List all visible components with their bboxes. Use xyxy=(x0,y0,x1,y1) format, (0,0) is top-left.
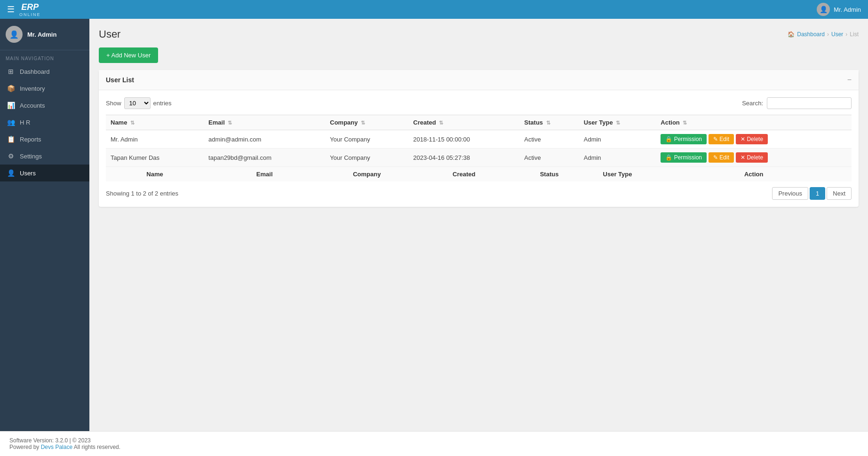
cell-action-2: 🔒 Permission ✎ Edit ✕ Delete xyxy=(656,149,852,167)
sidebar-section-label: MAIN NAVIGATION xyxy=(0,50,89,63)
edit-button-2[interactable]: ✎ Edit xyxy=(709,152,734,163)
cell-created-1: 2018-11-15 00:00:00 xyxy=(408,130,519,149)
cell-name-1: Mr. Admin xyxy=(106,130,204,149)
sidebar-item-dashboard[interactable]: ⊞ Dashboard xyxy=(0,63,89,80)
permission-button-2[interactable]: 🔒 Permission xyxy=(661,152,707,163)
table-row: Tapan Kumer Das tapan29bd@gmail.com Your… xyxy=(106,149,852,167)
sidebar-item-accounts[interactable]: 📊 Accounts xyxy=(0,97,89,114)
col-name: Name ⇅ xyxy=(106,115,204,130)
table-controls-right: Search: xyxy=(742,97,852,109)
sidebar-item-reports[interactable]: 📋 Reports xyxy=(0,131,89,148)
breadcrumb-user[interactable]: User xyxy=(831,31,843,38)
sidebar-label-settings: Settings xyxy=(20,153,42,160)
accounts-icon: 📊 xyxy=(7,102,15,109)
col-action: Action ⇅ xyxy=(656,115,852,130)
sort-icon-status[interactable]: ⇅ xyxy=(546,120,550,126)
footer-devs-palace-link[interactable]: Devs Palace xyxy=(41,444,72,450)
main-content: User 🏠 Dashboard › User › List + Add New… xyxy=(89,19,868,431)
col-created: Created ⇅ xyxy=(408,115,519,130)
sidebar-username: Mr. Admin xyxy=(27,31,56,38)
footer-col-user-type: User Type xyxy=(579,167,656,182)
table-controls: Show 10 25 50 100 entries Search: xyxy=(106,97,852,109)
breadcrumb: 🏠 Dashboard › User › List xyxy=(788,31,859,38)
sidebar-label-dashboard: Dashboard xyxy=(20,68,50,75)
sidebar-label-reports: Reports xyxy=(20,136,41,143)
show-label: Show xyxy=(106,100,121,107)
breadcrumb-dashboard[interactable]: Dashboard xyxy=(797,31,825,38)
cell-status-1: Active xyxy=(519,130,579,149)
sidebar-user: 👤 Mr. Admin xyxy=(0,19,89,50)
footer-col-status: Status xyxy=(519,167,579,182)
add-new-user-button[interactable]: + Add New User xyxy=(99,47,158,63)
sort-icon-created[interactable]: ⇅ xyxy=(439,120,443,126)
cell-user-type-1: Admin xyxy=(579,130,656,149)
card-title: User List xyxy=(106,76,134,84)
sidebar-item-inventory[interactable]: 📦 Inventory xyxy=(0,80,89,97)
sort-icon-action[interactable]: ⇅ xyxy=(683,120,687,126)
sort-icon-user-type[interactable]: ⇅ xyxy=(616,120,620,126)
edit-button-1[interactable]: ✎ Edit xyxy=(709,134,734,144)
pagination: Previous 1 Next xyxy=(772,187,852,200)
table-footer-row: Name Email Company Created Status User T… xyxy=(106,167,852,182)
card-body: Show 10 25 50 100 entries Search: xyxy=(99,90,859,207)
cell-status-2: Active xyxy=(519,149,579,167)
action-buttons-2: 🔒 Permission ✎ Edit ✕ Delete xyxy=(661,152,847,163)
table-row: Mr. Admin admin@admin.com Your Company 2… xyxy=(106,130,852,149)
table-header-row: Name ⇅ Email ⇅ Company ⇅ xyxy=(106,115,852,130)
footer-col-name: Name xyxy=(106,167,204,182)
top-navbar: ☰ ERP ONLINE 👤 Mr. Admin xyxy=(0,0,868,19)
admin-avatar-top: 👤 xyxy=(817,3,830,16)
cell-company-1: Your Company xyxy=(325,130,408,149)
page-header: User 🏠 Dashboard › User › List xyxy=(99,28,859,40)
sidebar-item-users[interactable]: 👤 Users xyxy=(0,165,89,181)
search-label: Search: xyxy=(742,100,763,107)
sort-icon-email[interactable]: ⇅ xyxy=(228,120,232,126)
table-footer: Showing 1 to 2 of 2 entries Previous 1 N… xyxy=(106,187,852,200)
search-input[interactable] xyxy=(767,97,852,109)
footer-col-email: Email xyxy=(204,167,325,182)
col-status: Status ⇅ xyxy=(519,115,579,130)
sort-icon-company[interactable]: ⇅ xyxy=(361,120,365,126)
user-list-card: User List − Show 10 25 50 100 entries xyxy=(99,70,859,207)
table-controls-left: Show 10 25 50 100 entries xyxy=(106,97,172,109)
breadcrumb-sep2: › xyxy=(845,31,847,38)
breadcrumb-home-icon: 🏠 xyxy=(788,31,795,38)
cell-email-1: admin@admin.com xyxy=(204,130,325,149)
sidebar-label-inventory: Inventory xyxy=(20,85,45,92)
page-title: User xyxy=(99,28,120,40)
page-1-button[interactable]: 1 xyxy=(810,187,825,200)
delete-button-1[interactable]: ✕ Delete xyxy=(736,134,768,144)
breadcrumb-list: List xyxy=(850,31,859,38)
sidebar-label-accounts: Accounts xyxy=(20,102,45,109)
sidebar-label-users: Users xyxy=(20,170,36,177)
inventory-icon: 📦 xyxy=(7,85,15,92)
sidebar-label-hr: H R xyxy=(20,119,30,126)
footer-col-company: Company xyxy=(325,167,408,182)
permission-button-1[interactable]: 🔒 Permission xyxy=(661,134,707,144)
footer-col-action: Action xyxy=(656,167,852,182)
sidebar-item-settings[interactable]: ⚙ Settings xyxy=(0,148,89,165)
brand-logo: ERP ONLINE xyxy=(19,2,41,17)
entries-select[interactable]: 10 25 50 100 xyxy=(124,97,151,109)
footer-powered: Powered by Devs Palace All rights reserv… xyxy=(9,444,859,450)
entries-label: entries xyxy=(153,100,172,107)
sidebar: 👤 Mr. Admin MAIN NAVIGATION ⊞ Dashboard … xyxy=(0,19,89,431)
cell-name-2: Tapan Kumer Das xyxy=(106,149,204,167)
collapse-icon[interactable]: − xyxy=(847,76,852,84)
col-email: Email ⇅ xyxy=(204,115,325,130)
showing-entries: Showing 1 to 2 of 2 entries xyxy=(106,190,178,197)
navbar-left: ☰ ERP ONLINE xyxy=(7,2,41,17)
sidebar-item-hr[interactable]: 👥 H R xyxy=(0,114,89,131)
user-table: Name ⇅ Email ⇅ Company ⇅ xyxy=(106,115,852,181)
next-button[interactable]: Next xyxy=(827,187,852,200)
admin-name-top: Mr. Admin xyxy=(834,6,861,13)
col-user-type: User Type ⇅ xyxy=(579,115,656,130)
delete-button-2[interactable]: ✕ Delete xyxy=(736,152,768,163)
reports-icon: 📋 xyxy=(7,135,15,143)
cell-action-1: 🔒 Permission ✎ Edit ✕ Delete xyxy=(656,130,852,149)
footer-version: Software Version: 3.2.0 | © 2023 xyxy=(9,437,859,444)
cell-created-2: 2023-04-16 05:27:38 xyxy=(408,149,519,167)
previous-button[interactable]: Previous xyxy=(772,187,808,200)
hamburger-icon[interactable]: ☰ xyxy=(7,4,15,15)
sort-icon-name[interactable]: ⇅ xyxy=(130,120,135,126)
